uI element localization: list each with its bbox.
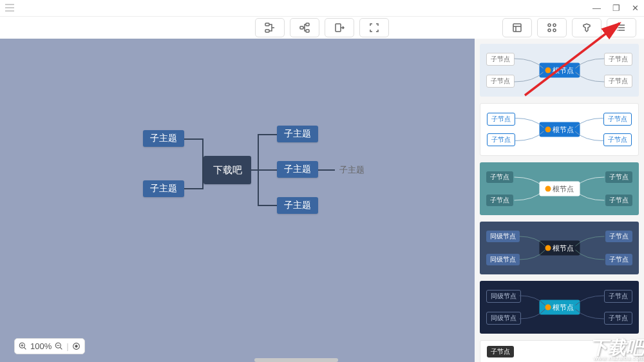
zoom-control: 100% | [14,338,85,354]
layout-button[interactable] [537,18,567,37]
zoom-in-icon[interactable] [19,342,27,350]
theme-card[interactable]: 根节点 子节点 子节点 子节点 子节点 [480,44,639,97]
right-child-node[interactable]: 子主题 [277,161,318,178]
svg-point-8 [553,24,556,26]
style-button[interactable] [572,18,601,37]
svg-point-10 [553,29,556,32]
svg-point-7 [548,24,551,26]
svg-rect-6 [513,24,521,32]
right-child-node[interactable]: 子主题 [277,126,318,142]
svg-rect-3 [306,23,309,26]
zoom-out-icon[interactable] [55,342,63,350]
menu-icon[interactable] [5,3,14,14]
add-sibling-node-button[interactable] [255,18,285,37]
structure-button[interactable] [502,18,532,37]
leaf-node[interactable]: 子主题 [336,164,368,176]
minimize-button[interactable]: — [592,3,601,13]
main-area: 下载吧 子主题 子主题 子主题 子主题 子主题 子主题 100% | 根节点 子… [0,39,644,362]
right-child-node[interactable]: 子主题 [277,197,318,214]
svg-rect-0 [265,23,269,26]
left-child-node[interactable]: 子主题 [143,130,184,147]
horizontal-scrollbar[interactable] [254,358,338,362]
themes-sidebar: 根节点 子节点 子节点 子节点 子节点 根节点 子节点 子节点 子节点 子节点 … [475,39,644,362]
left-child-node[interactable]: 子主题 [143,180,184,197]
theme-card[interactable]: 根节点 同级节点 同级节点 子节点 子节点 [480,281,639,334]
theme-card[interactable]: 根节点 子节点 子节点 子节点 子节点 [480,103,639,156]
svg-rect-1 [265,30,269,32]
window-controls: — ❐ ✕ [592,3,639,13]
toolbar [0,17,644,39]
zoom-value: 100% [30,341,52,351]
zoom-fit-icon[interactable] [72,342,80,350]
themes-button[interactable] [607,18,636,37]
theme-card[interactable]: 根节点 子节点 子节点 子节点 子节点 [480,162,639,215]
theme-card[interactable]: 根节点 同级节点 同级节点 子节点 子节点 [480,222,639,274]
close-button[interactable]: ✕ [632,3,639,13]
watermark: 下载吧 www.xiazaiba.com [590,339,644,361]
titlebar: — ❐ ✕ [0,0,644,17]
svg-rect-2 [300,26,303,29]
svg-point-9 [548,29,551,32]
fullscreen-button[interactable] [359,18,389,37]
maximize-button[interactable]: ❐ [612,3,620,13]
svg-point-14 [75,345,77,347]
svg-rect-4 [306,30,309,32]
svg-rect-5 [336,24,341,32]
root-node[interactable]: 下载吧 [204,156,251,184]
export-button[interactable] [325,18,354,37]
add-child-node-button[interactable] [290,18,319,37]
mindmap-canvas[interactable]: 下载吧 子主题 子主题 子主题 子主题 子主题 子主题 100% | [0,39,475,362]
